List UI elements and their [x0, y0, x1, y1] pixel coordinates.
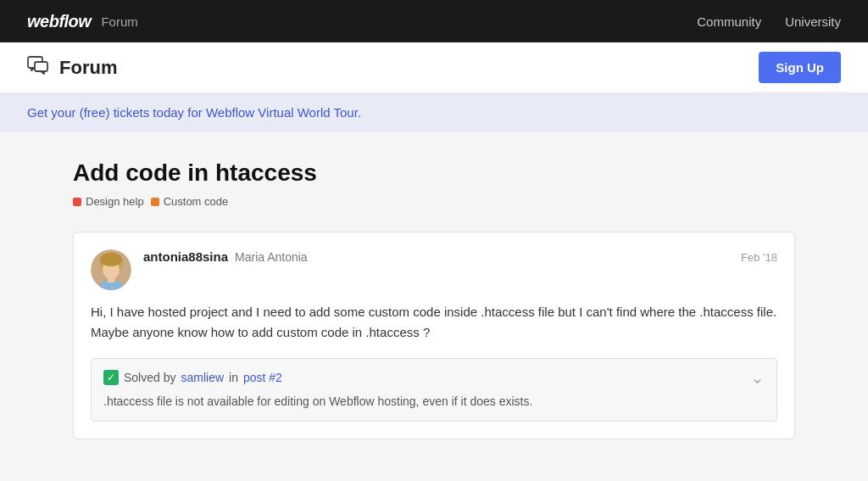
post-author-block: antonia88sina Maria Antonia [143, 249, 308, 264]
tag-custom-code[interactable]: Custom code [151, 195, 229, 208]
svg-rect-7 [108, 277, 114, 282]
post-card: antonia88sina Maria Antonia Feb '18 Hi, … [73, 232, 795, 439]
top-nav-right: Community University [697, 14, 841, 29]
solution-text: .htaccess file is not available for edit… [103, 393, 765, 411]
tag-dot-design-help [73, 198, 81, 206]
tag-list: Design help Custom code [73, 195, 795, 208]
subheader: Forum Sign Up [0, 42, 868, 93]
tag-dot-custom-code [151, 198, 159, 206]
check-icon: ✓ [103, 370, 119, 385]
post-meta-top: antonia88sina Maria Antonia Feb '18 [143, 249, 777, 264]
solution-author-link[interactable]: samliew [181, 371, 224, 384]
post-header: antonia88sina Maria Antonia Feb '18 [91, 249, 777, 290]
post-body: Hi, I have hosted project and I need to … [91, 302, 777, 343]
tag-design-help-label: Design help [86, 195, 144, 208]
top-nav-left: webflow Forum [27, 12, 138, 31]
signup-button[interactable]: Sign Up [759, 52, 841, 83]
post-meta: antonia88sina Maria Antonia Feb '18 [143, 249, 777, 264]
tag-custom-code-label: Custom code [164, 195, 229, 208]
forum-title: Forum [59, 57, 117, 79]
university-link[interactable]: University [785, 14, 841, 29]
webflow-logo: webflow [27, 12, 91, 31]
post-title: Add code in htaccess [73, 159, 795, 187]
main-content: Add code in htaccess Design help Custom … [53, 132, 815, 473]
author-username[interactable]: antonia88sina [143, 249, 228, 264]
banner-link[interactable]: Get your (free) tickets today for Webflo… [27, 105, 361, 120]
solution-box: ✓ Solved by samliew in post #2 ⌄ .htacce… [91, 358, 777, 422]
top-nav: webflow Forum Community University [0, 0, 868, 42]
solution-post-link[interactable]: post #2 [243, 371, 282, 384]
solution-in-text: in [229, 371, 238, 384]
solution-header: ✓ Solved by samliew in post #2 ⌄ [103, 369, 765, 386]
svg-rect-1 [35, 62, 47, 71]
community-link[interactable]: Community [697, 14, 761, 29]
forum-icon [27, 56, 49, 80]
solution-label: ✓ Solved by samliew in post #2 [103, 370, 282, 385]
svg-point-5 [100, 253, 122, 266]
tag-design-help[interactable]: Design help [73, 195, 144, 208]
avatar [91, 249, 131, 290]
post-date: Feb '18 [741, 251, 777, 264]
subheader-left: Forum [27, 56, 117, 80]
author-fullname: Maria Antonia [235, 250, 308, 264]
solved-by-text: Solved by [124, 371, 175, 384]
chevron-down-icon[interactable]: ⌄ [750, 369, 765, 386]
nav-forum-label: Forum [101, 14, 137, 29]
banner: Get your (free) tickets today for Webflo… [0, 93, 868, 132]
